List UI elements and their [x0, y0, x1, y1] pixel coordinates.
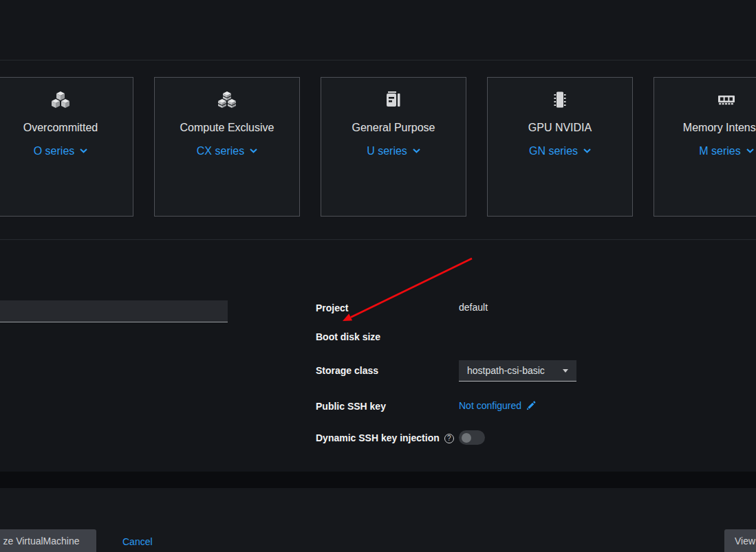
card-gpu-nvidia[interactable]: GPU NVIDIA GN series: [487, 77, 633, 217]
dynamic-ssh-label: Dynamic SSH key injection: [316, 433, 440, 443]
series-select-general-purpose[interactable]: U series: [367, 144, 420, 157]
chevron-down-icon: [583, 148, 591, 153]
boot-disk-size-label: Boot disk size: [316, 332, 380, 342]
series-label: U series: [367, 144, 407, 157]
series-label: M series: [699, 144, 740, 157]
caret-down-icon: [563, 369, 568, 373]
card-title: Overcommitted: [23, 121, 98, 134]
card-title: GPU NVIDIA: [528, 121, 592, 134]
project-value: default: [459, 302, 488, 313]
ssh-key-link-label: Not configured: [459, 400, 521, 411]
customize-vm-page: Overcommitted O series: [0, 0, 756, 552]
public-ssh-key-label: Public SSH key: [316, 401, 386, 412]
series-select-gpu-nvidia[interactable]: GN series: [529, 144, 591, 157]
storage-class-select[interactable]: hostpath-csi-basic: [459, 360, 576, 382]
pencil-icon: [526, 401, 536, 410]
annotation-arrow: [337, 251, 478, 328]
microchip-icon: [550, 89, 570, 110]
card-compute-exclusive[interactable]: Compute Exclusive CX series: [154, 77, 300, 217]
series-select-compute-exclusive[interactable]: CX series: [197, 144, 257, 157]
vm-name-input[interactable]: [0, 300, 228, 322]
series-label: CX series: [197, 144, 244, 157]
view-button[interactable]: View: [724, 529, 756, 552]
project-label: Project: [316, 303, 348, 313]
stacked-cubes-icon: [217, 89, 237, 110]
footer-separator-band: [0, 472, 756, 488]
dynamic-ssh-label-row: Dynamic SSH key injection ?: [316, 433, 454, 443]
card-title: General Purpose: [352, 121, 435, 134]
series-select-overcommitted[interactable]: O series: [34, 144, 88, 157]
card-title: Compute Exclusive: [180, 121, 274, 134]
footer-action-bar: [0, 488, 756, 552]
section-divider: [0, 239, 756, 240]
card-title: Memory Intensive: [683, 121, 756, 134]
help-icon[interactable]: ?: [444, 434, 454, 443]
series-label: O series: [34, 144, 75, 157]
instance-series-card-row: Overcommitted O series: [0, 77, 756, 217]
cubes-icon: [50, 89, 71, 110]
chevron-down-icon: [413, 148, 420, 153]
top-divider: [0, 60, 756, 60]
card-general-purpose[interactable]: General Purpose U series: [321, 77, 466, 217]
chevron-down-icon: [250, 148, 257, 153]
server-icon: [383, 89, 404, 110]
customize-virtualmachine-button[interactable]: ze VirtualMachine: [0, 529, 96, 552]
card-memory-intensive[interactable]: Memory Intensive M series: [654, 77, 756, 217]
storage-class-selected-value: hostpath-csi-basic: [467, 365, 545, 376]
series-select-memory-intensive[interactable]: M series: [699, 144, 753, 157]
dynamic-ssh-toggle[interactable]: [459, 430, 485, 445]
ssh-key-not-configured-link[interactable]: Not configured: [459, 400, 536, 411]
memory-icon: [716, 89, 737, 110]
card-overcommitted[interactable]: Overcommitted O series: [0, 77, 133, 217]
toggle-knob: [462, 433, 471, 443]
cancel-link[interactable]: Cancel: [122, 536, 153, 547]
chevron-down-icon: [80, 148, 87, 153]
storage-class-label: Storage class: [316, 366, 378, 376]
chevron-down-icon: [746, 148, 754, 153]
series-label: GN series: [529, 144, 578, 157]
